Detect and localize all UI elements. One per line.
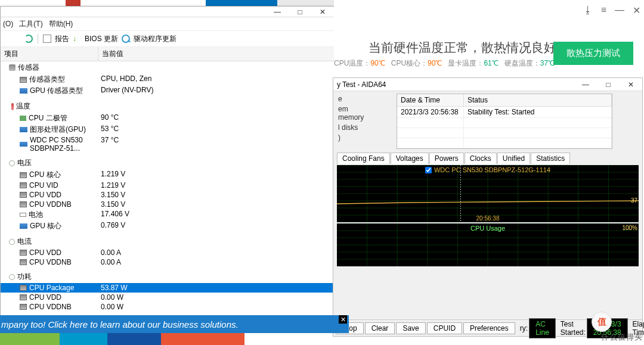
- row-value: Driver (NV-DRV): [98, 85, 336, 97]
- chart1-time: 20:56:38: [476, 215, 500, 222]
- sensor-row[interactable]: GPU 传感器类型Driver (NV-DRV): [1, 85, 336, 97]
- cpu-core-temp: 90℃: [428, 59, 442, 67]
- td-datetime: 2021/3/3 20:56:38: [397, 107, 464, 117]
- toolbar-bios[interactable]: BIOS 更新: [85, 34, 118, 44]
- stab-minimize[interactable]: —: [574, 79, 597, 90]
- menu-o[interactable]: (O): [3, 20, 13, 28]
- dash-minimize[interactable]: —: [615, 5, 624, 16]
- row-label: WDC PC SN530 SDBPNPZ-51...: [30, 136, 98, 153]
- dash-close[interactable]: ✕: [633, 5, 640, 16]
- toolbar-driver[interactable]: 驱动程序更新: [134, 34, 177, 44]
- sensor-row[interactable]: GPU 核心0.769 V: [1, 220, 336, 232]
- row-value: 90 °C: [98, 113, 336, 124]
- sensor-row[interactable]: CPU 核心1.219 V: [1, 169, 336, 181]
- row-value: 37 °C: [98, 135, 336, 153]
- menu-icon[interactable]: ≡: [601, 5, 606, 16]
- row-value: 0.00 A: [98, 248, 336, 257]
- td-status: Stability Test: Started: [464, 107, 612, 117]
- sensor-group[interactable]: 传感器: [1, 61, 336, 74]
- toolbar-report[interactable]: 报告: [55, 34, 69, 44]
- tab-clocks[interactable]: Clocks: [465, 153, 497, 164]
- tab-voltages[interactable]: Voltages: [391, 153, 429, 164]
- sensor-row[interactable]: CPU VID1.219 V: [1, 181, 336, 190]
- sensor-row[interactable]: 传感器类型CPU, HDD, Zen: [1, 74, 336, 85]
- col-value: 当前值: [98, 47, 336, 61]
- stability-title: y Test - AIDA64: [337, 80, 386, 89]
- group-icon: [9, 160, 15, 166]
- brand-logo: 值: [592, 312, 612, 332]
- save-button[interactable]: Save: [396, 322, 425, 334]
- cpu-temp: 90℃: [370, 59, 385, 67]
- row-label: CPU VDD: [29, 293, 61, 302]
- sensor-row[interactable]: WDC PC SN530 SDBPNPZ-51...37 °C: [1, 135, 336, 153]
- chart-tabs: Cooling FansVoltagesPowersClocksUnifiedS…: [333, 153, 642, 164]
- tab-statistics[interactable]: Statistics: [531, 153, 570, 164]
- sensor-row[interactable]: 图形处理器(GPU)53 °C: [1, 124, 336, 135]
- row-icon: [20, 127, 27, 132]
- row-label: CPU 核心: [29, 170, 61, 180]
- sensor-group[interactable]: 温度: [1, 100, 336, 113]
- col-item: 项目: [1, 47, 98, 61]
- sensor-row[interactable]: CPU VDD0.00 A: [1, 248, 336, 257]
- sensor-row[interactable]: CPU VDDNB0.00 A: [1, 257, 336, 267]
- sensor-group[interactable]: 电流: [1, 235, 336, 248]
- bios-icon: ↓: [73, 35, 81, 43]
- row-label: CPU VDDNB: [29, 200, 72, 209]
- promo-banner[interactable]: mpany too! Click here to learn about our…: [0, 315, 349, 333]
- tab-cooling-fans[interactable]: Cooling Fans: [337, 153, 390, 164]
- menu-help[interactable]: 帮助(H): [49, 19, 73, 29]
- sensor-row[interactable]: CPU VDD0.00 W: [1, 293, 336, 302]
- menu-tools[interactable]: 工具(T): [19, 19, 42, 29]
- row-value: 1.219 V: [98, 181, 336, 190]
- row-value: 0.769 V: [98, 220, 336, 232]
- row-label: GPU 核心: [30, 221, 61, 231]
- series-toggle[interactable]: [425, 167, 432, 173]
- sensor-row[interactable]: CPU VDDNB0.00 W: [1, 302, 336, 310]
- status-table: Date & Time Status 2021/3/3 20:56:38 Sta…: [397, 94, 612, 149]
- preferences-button[interactable]: Preferences: [463, 322, 515, 334]
- row-icon: [20, 201, 27, 207]
- row-label: 图形处理器(GPU): [30, 125, 86, 135]
- refresh-icon[interactable]: [24, 35, 33, 43]
- row-label: 传感器类型: [29, 74, 65, 85]
- stab-maximize[interactable]: □: [597, 79, 620, 90]
- download-icon[interactable]: ⭳: [583, 5, 593, 16]
- sensor-group[interactable]: 电压: [1, 157, 336, 169]
- stress-test-button[interactable]: 散热压力测试: [553, 42, 633, 65]
- row-icon: [20, 116, 26, 121]
- sensor-row[interactable]: CPU Package53.87 W: [1, 283, 336, 293]
- sensor-row[interactable]: 电池17.406 V: [1, 209, 336, 220]
- cpuid-button[interactable]: CPUID: [427, 322, 462, 334]
- sensor-row[interactable]: CPU 二极管90 °C: [1, 113, 336, 124]
- group-icon: [11, 103, 14, 110]
- clear-button[interactable]: Clear: [365, 322, 395, 334]
- close-button[interactable]: ✕: [311, 7, 334, 17]
- th-datetime: Date & Time: [397, 94, 464, 106]
- banner-close-icon[interactable]: ✕: [339, 315, 347, 324]
- row-icon: [20, 304, 27, 310]
- temperature-chart: WDC PC SN530 SDBPNPZ-512G-1114 37 20:56:…: [337, 165, 639, 222]
- power-source: AC Line: [529, 318, 556, 338]
- sensor-list[interactable]: 传感器传感器类型CPU, HDD, ZenGPU 传感器类型Driver (NV…: [1, 61, 336, 310]
- row-icon: [20, 223, 27, 229]
- chart2-title: CPU Usage: [470, 225, 505, 232]
- chart1-value: 37: [631, 197, 637, 204]
- sensor-group[interactable]: 功耗: [1, 271, 336, 283]
- row-value: 53.87 W: [98, 283, 336, 293]
- chart2-max: 100%: [622, 225, 637, 231]
- tab-unified[interactable]: Unified: [497, 153, 530, 164]
- stab-close[interactable]: ✕: [620, 79, 642, 90]
- row-label: CPU VDD: [29, 248, 61, 257]
- maximize-button[interactable]: □: [289, 7, 311, 17]
- minimize-button[interactable]: —: [266, 7, 289, 17]
- row-icon: [20, 182, 27, 188]
- row-value: CPU, HDD, Zen: [98, 74, 336, 85]
- sensor-row[interactable]: CPU VDD3.150 V: [1, 190, 336, 200]
- sensor-row[interactable]: CPU VDDNB3.150 V: [1, 200, 336, 209]
- row-label: CPU VDDNB: [29, 303, 72, 310]
- group-icon: [9, 239, 15, 245]
- row-value: 17.406 V: [98, 209, 336, 220]
- tab-powers[interactable]: Powers: [429, 153, 464, 164]
- report-icon: [43, 35, 51, 43]
- stability-window: y Test - AIDA64 — □ ✕ e em memory l disk…: [333, 77, 643, 337]
